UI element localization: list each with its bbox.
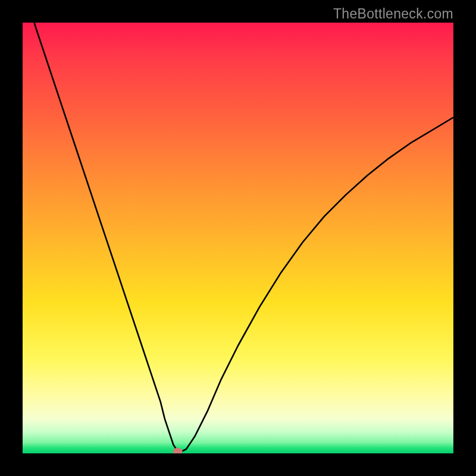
- chart-frame: TheBottleneck.com: [0, 0, 476, 476]
- minimum-marker: [173, 447, 183, 453]
- plot-area: [23, 23, 453, 453]
- watermark-text: TheBottleneck.com: [333, 6, 453, 22]
- bottleneck-curve: [23, 23, 453, 451]
- curve-layer: [23, 23, 453, 453]
